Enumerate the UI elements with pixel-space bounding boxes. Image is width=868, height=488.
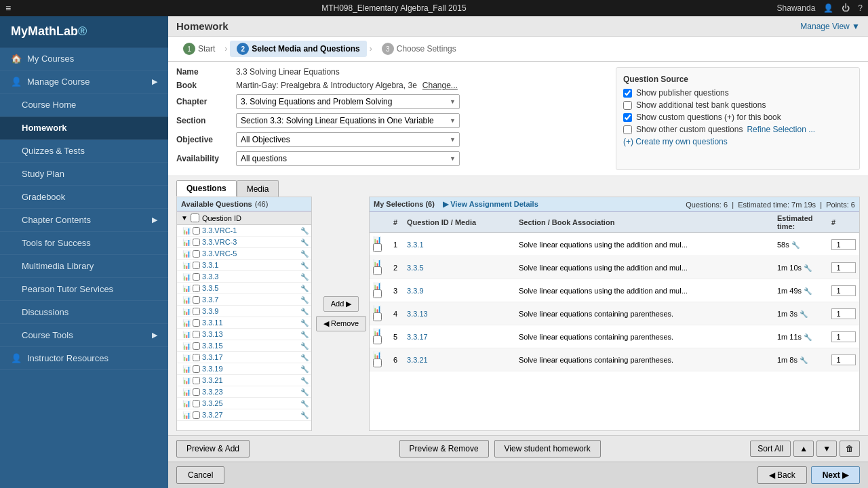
question-link[interactable]: 3.3.15 [202, 342, 223, 350]
preview-remove-button[interactable]: Preview & Remove [399, 440, 489, 458]
sidebar-item-course-tools[interactable]: Course Tools ▶ [0, 324, 168, 347]
tab-questions[interactable]: Questions [176, 180, 237, 197]
row-qid-link[interactable]: 3.3.13 [407, 310, 428, 318]
sidebar-item-course-home[interactable]: Course Home [0, 94, 168, 117]
question-link[interactable]: 3.3.11 [202, 319, 223, 327]
wizard-step-1[interactable]: 1 Start [176, 41, 222, 57]
wizard-step-2[interactable]: 2 Select Media and Questions [230, 41, 366, 57]
aq-checkbox[interactable] [193, 308, 200, 315]
sidebar-item-manage-course[interactable]: 👤 Manage Course ▶ [0, 70, 168, 94]
create-questions-link[interactable]: (+) Create my own questions [623, 137, 728, 146]
wrench-icon[interactable]: 🔧 [804, 287, 812, 295]
question-link[interactable]: 3.3.21 [202, 376, 223, 384]
aq-checkbox[interactable] [193, 273, 200, 281]
wrench-icon[interactable]: 🔧 [300, 354, 309, 361]
back-button[interactable]: ◀ Back [757, 466, 807, 484]
row-pts-input[interactable] [831, 354, 856, 365]
wrench-icon[interactable]: 🔧 [300, 331, 309, 338]
sort-down-button[interactable]: ▼ [816, 441, 837, 457]
wrench-icon[interactable]: 🔧 [300, 400, 309, 407]
sidebar-item-discussions[interactable]: Discussions [0, 301, 168, 324]
view-assignment-details-link[interactable]: ▶ View Assignment Details [443, 200, 538, 208]
wrench-icon[interactable]: 🔧 [300, 239, 309, 246]
qs-checkbox-3[interactable] [623, 125, 632, 134]
sidebar-item-study-plan[interactable]: Study Plan [0, 163, 168, 186]
question-link[interactable]: 3.3.19 [202, 365, 223, 373]
aq-checkbox[interactable] [193, 262, 200, 269]
help-icon[interactable]: ? [858, 3, 863, 13]
aq-checkbox[interactable] [193, 331, 200, 338]
aq-checkbox[interactable] [193, 400, 200, 407]
aq-checkbox[interactable] [193, 354, 200, 361]
question-link[interactable]: 3.3.3 [202, 272, 218, 281]
sidebar-item-instructor-resources[interactable]: 👤 Instructor Resources [0, 347, 168, 370]
wrench-icon[interactable]: 🔧 [804, 264, 812, 272]
aq-checkbox[interactable] [193, 285, 200, 292]
aq-checkbox[interactable] [193, 411, 200, 419]
wrench-icon[interactable]: 🔧 [300, 377, 309, 384]
objective-select[interactable]: All Objectives [236, 132, 460, 147]
sidebar-item-my-courses[interactable]: 🏠 My Courses [0, 47, 168, 70]
row-checkbox[interactable] [373, 312, 382, 321]
wrench-icon[interactable]: 🔧 [804, 333, 812, 341]
row-qid-link[interactable]: 3.3.17 [407, 333, 428, 341]
wrench-icon[interactable]: 🔧 [300, 273, 309, 281]
sidebar-item-chapter-contents[interactable]: Chapter Contents ▶ [0, 209, 168, 232]
question-link[interactable]: 3.3.9 [202, 307, 218, 315]
row-checkbox[interactable] [373, 336, 382, 344]
chapter-select[interactable]: 3. Solving Equations and Problem Solving [236, 94, 460, 109]
wrench-icon[interactable]: 🔧 [300, 262, 309, 269]
power-icon[interactable]: ⏻ [842, 3, 850, 13]
question-link[interactable]: 3.3.7 [202, 296, 218, 304]
sidebar-item-quizzes[interactable]: Quizzes & Tests [0, 140, 168, 163]
aq-checkbox[interactable] [193, 250, 200, 258]
row-qid-link[interactable]: 3.3.1 [407, 241, 423, 249]
wrench-icon[interactable]: 🔧 [800, 357, 808, 364]
cancel-button[interactable]: Cancel [176, 466, 224, 484]
manage-view-button[interactable]: Manage View ▼ [800, 22, 860, 31]
wrench-icon[interactable]: 🔧 [300, 296, 309, 304]
sidebar-item-pearson-tutor[interactable]: Pearson Tutor Services [0, 278, 168, 301]
row-checkbox[interactable] [373, 289, 382, 298]
wrench-icon[interactable]: 🔧 [800, 310, 808, 318]
aq-checkbox[interactable] [193, 319, 200, 327]
question-link[interactable]: 3.3.5 [202, 284, 218, 292]
view-student-homework-button[interactable]: View student homework [494, 440, 601, 458]
preview-add-button[interactable]: Preview & Add [176, 440, 250, 458]
question-link[interactable]: 3.3.VRC-5 [202, 249, 237, 258]
wrench-icon[interactable]: 🔧 [300, 342, 309, 350]
question-link[interactable]: 3.3.23 [202, 388, 223, 396]
book-change-link[interactable]: Change... [422, 81, 458, 90]
question-link[interactable]: 3.3.VRC-3 [202, 238, 237, 246]
qs-checkbox-1[interactable] [623, 101, 632, 110]
select-all-checkbox[interactable] [191, 214, 199, 222]
sidebar-item-tools-for-success[interactable]: Tools for Success [0, 232, 168, 255]
aq-checkbox[interactable] [193, 296, 200, 304]
question-link[interactable]: 3.3.27 [202, 411, 223, 419]
row-pts-input[interactable] [831, 308, 856, 319]
question-link[interactable]: 3.3.25 [202, 399, 223, 407]
aq-checkbox[interactable] [193, 342, 200, 350]
question-link[interactable]: 3.3.1 [202, 261, 218, 269]
availability-select[interactable]: All questions [236, 151, 460, 166]
tab-media[interactable]: Media [237, 180, 279, 197]
question-link[interactable]: 3.3.17 [202, 353, 223, 361]
wrench-icon[interactable]: 🔧 [300, 319, 309, 327]
add-button[interactable]: Add ▶ [323, 296, 359, 312]
aq-checkbox[interactable] [193, 365, 200, 373]
question-link[interactable]: 3.3.VRC-1 [202, 226, 237, 235]
wrench-icon[interactable]: 🔧 [300, 308, 309, 315]
row-pts-input[interactable] [831, 331, 856, 342]
sort-up-button[interactable]: ▲ [793, 441, 814, 457]
sort-all-button[interactable]: Sort All [750, 441, 791, 457]
wrench-icon[interactable]: 🔧 [300, 285, 309, 292]
row-qid-link[interactable]: 3.3.9 [407, 287, 423, 295]
sidebar-item-multimedia[interactable]: Multimedia Library [0, 255, 168, 278]
wrench-icon[interactable]: 🔧 [791, 241, 800, 249]
refine-selection-link[interactable]: Refine Selection ... [747, 125, 815, 134]
section-select[interactable]: Section 3.3: Solving Linear Equations in… [236, 113, 460, 128]
question-link[interactable]: 3.3.13 [202, 330, 223, 338]
collapse-icon[interactable]: ▼ [181, 214, 188, 222]
wrench-icon[interactable]: 🔧 [300, 365, 309, 373]
row-qid-link[interactable]: 3.3.5 [407, 264, 423, 272]
